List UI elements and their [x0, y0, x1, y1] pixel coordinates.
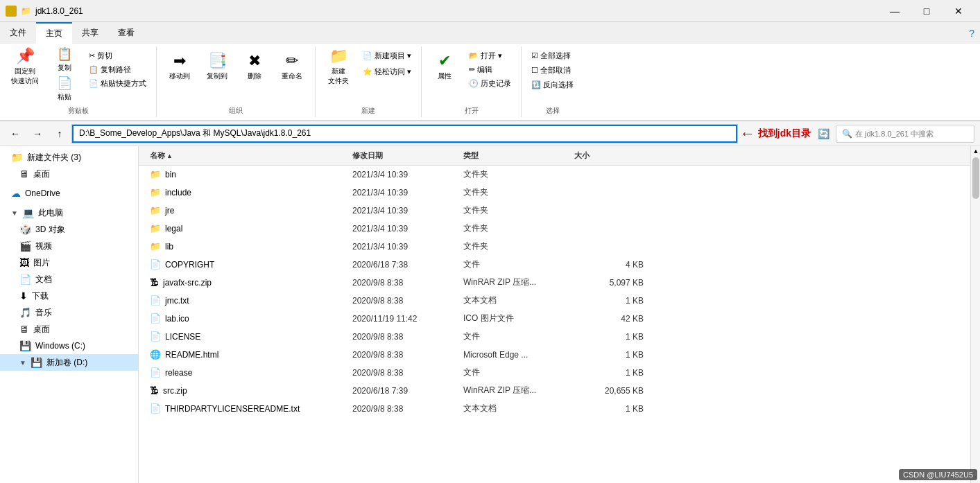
refresh-button[interactable]: 🔄 — [814, 124, 833, 143]
table-row[interactable]: 📄 COPYRIGHT 2020/6/18 7:38 文件 4 KB — [139, 256, 970, 274]
sidebar-item-desktop1[interactable]: 🖥 桌面 — [0, 166, 138, 182]
license-icon: 📄 — [150, 331, 161, 342]
ribbon-group-new: 📁 新建文件夹 📄 新建项目 ▾ ⭐ 轻松访问 ▾ 新建 — [316, 46, 422, 117]
maximize-button[interactable]: □ — [911, 0, 943, 22]
sidebar-item-downloads[interactable]: ⬇ 下载 — [0, 288, 138, 304]
header-date[interactable]: 修改日期 — [352, 150, 463, 161]
sidebar-item-onedrive[interactable]: ☁ OneDrive — [0, 185, 138, 202]
paste-shortcut-button[interactable]: 📄 粘贴快捷方式 — [85, 77, 151, 90]
rename-button[interactable]: ✏ 重命名 — [275, 46, 309, 88]
scroll-up-button[interactable]: ▲ — [971, 146, 980, 156]
table-row[interactable]: 📁 bin 2021/3/4 10:39 文件夹 — [139, 166, 970, 184]
file-size: 1 KB — [574, 332, 644, 342]
new-item-button[interactable]: 📄 新建项目 ▾ — [359, 49, 415, 62]
select-all-button[interactable]: ☑ 全部选择 — [527, 49, 578, 62]
table-row[interactable]: 🗜 src.zip 2020/6/18 7:39 WinRAR ZIP 压缩..… — [139, 382, 970, 400]
table-row[interactable]: 🌐 README.html 2020/9/8 8:38 Microsoft Ed… — [139, 346, 970, 364]
header-type[interactable]: 类型 — [463, 150, 574, 161]
file-date: 2020/9/8 8:38 — [352, 404, 463, 414]
copy-to-button[interactable]: 📑 复制到 — [200, 46, 234, 88]
ribbon-content: 📌 固定到快速访问 📋 复制 📄 粘贴 ✂ 剪切 📋 复制路径 — [0, 44, 980, 121]
delete-button[interactable]: ✖ 删除 — [237, 46, 272, 88]
copy-button[interactable]: 📋 复制 — [47, 46, 82, 74]
sidebar-item-label: Windows (C:) — [35, 341, 85, 351]
file-name-text: src.zip — [163, 386, 187, 396]
back-button[interactable]: ← — [6, 124, 25, 143]
file-name-text: include — [165, 188, 191, 197]
select-none-button[interactable]: ☐ 全部取消 — [527, 64, 578, 77]
help-button[interactable]: ? — [969, 28, 974, 39]
sidebar-item-drivec[interactable]: 💾 Windows (C:) — [0, 337, 138, 354]
sidebar-item-pictures[interactable]: 🖼 图片 — [0, 254, 138, 271]
file-date: 2020/9/8 8:38 — [352, 350, 463, 360]
sidebar-item-desktop2[interactable]: 🖥 桌面 — [0, 321, 138, 337]
file-date: 2020/9/8 8:38 — [352, 278, 463, 288]
sidebar-item-label: 新加卷 (D:) — [46, 357, 87, 369]
move-to-button[interactable]: ➡ 移动到 — [162, 46, 197, 88]
right-scrollbar[interactable]: ▲ ▼ — [970, 146, 980, 483]
file-name-text: bin — [165, 170, 176, 179]
new-small-buttons: 📄 新建项目 ▾ ⭐ 轻松访问 ▾ — [359, 46, 415, 78]
sidebar-item-documents[interactable]: 📄 文档 — [0, 271, 138, 288]
table-row[interactable]: 📄 LICENSE 2020/9/8 8:38 文件 1 KB — [139, 328, 970, 346]
folder-icon: 📁 — [150, 205, 161, 216]
up-button[interactable]: ↑ — [50, 124, 69, 143]
open-small-buttons: 📂 打开 ▾ ✏ 编辑 🕐 历史记录 — [465, 46, 515, 90]
cut-button[interactable]: ✂ 剪切 — [85, 49, 151, 62]
tab-share[interactable]: 共享 — [72, 22, 108, 44]
table-row[interactable]: 📁 jre 2021/3/4 10:39 文件夹 — [139, 202, 970, 220]
new-folder-button[interactable]: 📁 新建文件夹 — [321, 46, 356, 88]
sidebar-item-music[interactable]: 🎵 音乐 — [0, 304, 138, 321]
sidebar-item-drived[interactable]: ▼ 💾 新加卷 (D:) — [0, 354, 138, 371]
table-row[interactable]: 📄 THIRDPARTYLICENSEREADME.txt 2020/9/8 8… — [139, 400, 970, 418]
tab-file[interactable]: 文件 — [0, 22, 36, 44]
properties-button[interactable]: ✔ 属性 — [427, 46, 462, 88]
table-row[interactable]: 📄 lab.ico 2020/11/19 11:42 ICO 图片文件 42 K… — [139, 310, 970, 328]
table-row[interactable]: 📁 lib 2021/3/4 10:39 文件夹 — [139, 238, 970, 256]
file-area: 名称 ▲ 修改日期 类型 大小 📁 bin 2021/3/4 10:39 文件夹 — [139, 146, 970, 483]
folder-icon: 📁 — [11, 152, 23, 163]
window-controls: — □ ✕ — [879, 0, 974, 22]
tab-view[interactable]: 查看 — [108, 22, 144, 44]
file-name-text: lab.ico — [165, 314, 189, 324]
file-name-text: COPYRIGHT — [165, 260, 214, 270]
sidebar-item-newfolder[interactable]: 📁 新建文件夹 (3) — [0, 149, 138, 166]
file-type: 文本文档 — [463, 403, 574, 414]
table-row[interactable]: 📁 legal 2021/3/4 10:39 文件夹 — [139, 220, 970, 238]
drivec-icon: 💾 — [19, 340, 31, 351]
table-row[interactable]: 📄 jmc.txt 2020/9/8 8:38 文本文档 1 KB — [139, 292, 970, 310]
file-type: Microsoft Edge ... — [463, 350, 574, 360]
invert-select-button[interactable]: 🔃 反向选择 — [527, 78, 578, 91]
open-button[interactable]: 📂 打开 ▾ — [465, 49, 515, 62]
table-row[interactable]: 📄 release 2020/9/8 8:38 文件 1 KB — [139, 364, 970, 382]
sidebar-item-thispc[interactable]: ▼ 💻 此电脑 — [0, 204, 138, 221]
table-row[interactable]: 🗜 javafx-src.zip 2020/9/8 8:38 WinRAR ZI… — [139, 274, 970, 292]
sidebar-item-3dobjects[interactable]: 🎲 3D 对象 — [0, 221, 138, 238]
header-size[interactable]: 大小 — [574, 150, 644, 161]
pin-to-quickaccess-button[interactable]: 📌 固定到快速访问 — [6, 46, 44, 88]
drived-icon: 💾 — [31, 357, 42, 368]
header-name[interactable]: 名称 ▲ — [144, 150, 352, 161]
paste-button[interactable]: 📄 粘贴 — [47, 76, 82, 103]
tab-home[interactable]: 主页 — [36, 22, 72, 44]
address-input[interactable] — [72, 125, 737, 143]
txt-icon: 📄 — [150, 295, 161, 306]
file-date: 2020/11/19 11:42 — [352, 314, 463, 324]
file-type: 文件夹 — [463, 186, 574, 198]
newfolder-icon: 📁 — [329, 49, 348, 64]
easy-access-button[interactable]: ⭐ 轻松访问 ▾ — [359, 65, 415, 78]
file-name-text: jmc.txt — [165, 296, 189, 306]
minimize-button[interactable]: — — [879, 0, 911, 22]
edit-button[interactable]: ✏ 编辑 — [465, 63, 515, 76]
copy-path-button[interactable]: 📋 复制路径 — [85, 63, 151, 76]
file-size: 5,097 KB — [574, 278, 644, 288]
sidebar-item-video[interactable]: 🎬 视频 — [0, 238, 138, 254]
sidebar-item-label: 3D 对象 — [35, 224, 65, 236]
table-row[interactable]: 📁 include 2021/3/4 10:39 文件夹 — [139, 184, 970, 202]
history-button[interactable]: 🕐 历史记录 — [465, 77, 515, 90]
file-date: 2021/3/4 10:39 — [352, 170, 463, 179]
file-size: 1 KB — [574, 404, 644, 414]
forward-button[interactable]: → — [28, 124, 47, 143]
close-button[interactable]: ✕ — [943, 0, 974, 22]
search-input[interactable] — [855, 130, 966, 138]
